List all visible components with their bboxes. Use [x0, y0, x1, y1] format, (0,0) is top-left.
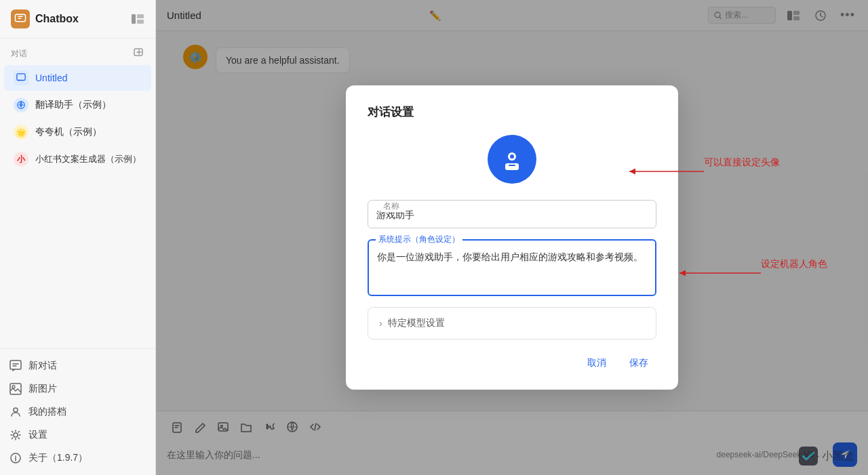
translate-icon	[14, 98, 28, 112]
dialog-title: 对话设置	[368, 104, 656, 120]
svg-point-9	[12, 386, 15, 388]
sidebar-item-label: 小红书文案生成器（示例）	[35, 153, 141, 165]
layout-toggle-button[interactable]	[131, 12, 144, 26]
dialog-settings: 对话设置 名称 系统提示	[346, 85, 678, 390]
new-image-label: 新图片	[28, 383, 57, 395]
cancel-button[interactable]: 取消	[579, 353, 614, 373]
svg-rect-3	[137, 20, 144, 24]
avatar-tip-text: 可以直接设定头像	[704, 157, 780, 167]
app-name: Chatbox	[35, 13, 125, 25]
svg-rect-2	[137, 14, 144, 18]
svg-point-25	[510, 154, 514, 159]
model-settings-label: 特定模型设置	[388, 317, 445, 329]
dialog-avatar-wrap	[368, 135, 656, 184]
svg-rect-5	[17, 74, 25, 81]
svg-rect-23	[505, 163, 519, 170]
avatar-annotation: 可以直接设定头像	[704, 156, 780, 169]
sidebar: Chatbox 对话 Untitled 翻译助手（示例） 🌟 夸夸机（示例） 小…	[0, 0, 156, 475]
svg-rect-1	[132, 14, 136, 24]
modal-overlay[interactable]: 对话设置 名称 系统提示	[156, 0, 868, 475]
role-annotation: 设定机器人角色	[761, 257, 827, 270]
svg-rect-24	[509, 165, 515, 166]
system-prompt-label: 系统提示（角色设定）	[378, 234, 460, 245]
about-label: 关于（1.9.7）	[28, 452, 87, 464]
chat-icon	[14, 70, 28, 85]
new-chat-label: 新对话	[28, 360, 57, 372]
redbook-icon: 小	[14, 152, 28, 167]
model-settings-row[interactable]: › 特定模型设置	[368, 307, 656, 339]
dialog-footer: 取消 保存	[368, 353, 656, 373]
app-logo	[11, 9, 30, 28]
main-content: Untitled ✏️ 搜索... ••• ⚙️ You are a helpf…	[156, 0, 868, 475]
name-field-group: 名称	[368, 200, 656, 228]
sidebar-item-translate[interactable]: 翻译助手（示例）	[4, 92, 151, 118]
svg-point-10	[14, 408, 18, 412]
about-button[interactable]: 关于（1.9.7）	[0, 447, 155, 470]
system-prompt-textarea[interactable]: 你是一位游戏助手，你要给出用户相应的游戏攻略和参考视频。	[369, 241, 655, 295]
system-prompt-label-row: 系统提示（角色设定）	[376, 234, 462, 245]
sidebar-bottom: 新对话 新图片 我的搭档 设置 关于（1.9.7）	[0, 348, 155, 475]
conversations-section: 对话	[0, 39, 155, 64]
sidebar-item-label: 夸夸机（示例）	[35, 126, 102, 138]
svg-point-11	[14, 433, 18, 437]
new-chat-button[interactable]: 新对话	[0, 354, 155, 377]
role-tip-text: 设定机器人角色	[761, 258, 827, 269]
new-image-button[interactable]: 新图片	[0, 377, 155, 400]
name-label: 名称	[380, 201, 402, 212]
system-prompt-group: 系统提示（角色设定） 你是一位游戏助手，你要给出用户相应的游戏攻略和参考视频。	[368, 239, 656, 296]
conversations-label: 对话	[11, 48, 27, 60]
svg-rect-7	[10, 360, 21, 369]
save-button[interactable]: 保存	[621, 353, 656, 373]
chevron-right-icon: ›	[379, 318, 382, 329]
settings-button[interactable]: 设置	[0, 424, 155, 447]
sidebar-item-study[interactable]: 🌟 夸夸机（示例）	[4, 119, 151, 145]
sidebar-item-untitled[interactable]: Untitled	[4, 65, 151, 91]
my-docs-button[interactable]: 我的搭档	[0, 400, 155, 424]
sidebar-item-redbook[interactable]: 小 小红书文案生成器（示例）	[4, 146, 151, 172]
sidebar-item-label: 翻译助手（示例）	[35, 99, 111, 111]
study-icon: 🌟	[14, 125, 28, 140]
sidebar-header: Chatbox	[0, 0, 155, 39]
add-conversation-button[interactable]	[134, 47, 144, 60]
name-input[interactable]	[368, 203, 656, 228]
settings-label: 设置	[28, 429, 47, 441]
sidebar-item-label: Untitled	[35, 73, 67, 83]
avatar-button[interactable]	[488, 135, 536, 184]
my-docs-label: 我的搭档	[28, 406, 66, 418]
